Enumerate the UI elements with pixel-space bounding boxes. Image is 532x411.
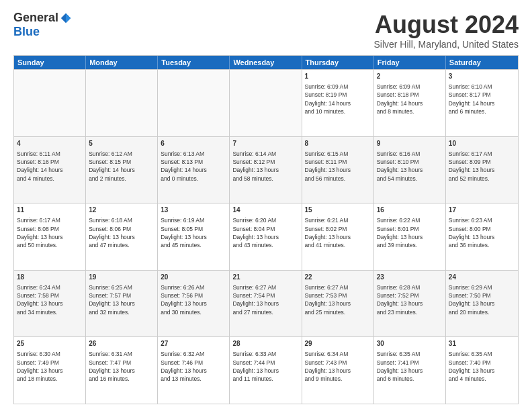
calendar-cell: 18Sunrise: 6:24 AM Sunset: 7:58 PM Dayli… bbox=[14, 271, 86, 337]
calendar-cell: 8Sunrise: 6:15 AM Sunset: 8:11 PM Daylig… bbox=[302, 137, 374, 203]
location: Silver Hill, Maryland, United States bbox=[373, 39, 519, 50]
calendar-row-3: 11Sunrise: 6:17 AM Sunset: 8:08 PM Dayli… bbox=[14, 203, 518, 270]
day-info: Sunrise: 6:31 AM Sunset: 7:47 PM Dayligh… bbox=[89, 350, 154, 383]
calendar-cell: 31Sunrise: 6:35 AM Sunset: 7:40 PM Dayli… bbox=[446, 337, 518, 404]
day-number: 30 bbox=[377, 339, 443, 349]
logo-icon bbox=[60, 12, 72, 24]
day-info: Sunrise: 6:19 AM Sunset: 8:05 PM Dayligh… bbox=[161, 216, 226, 249]
day-info: Sunrise: 6:15 AM Sunset: 8:11 PM Dayligh… bbox=[305, 150, 371, 183]
calendar-cell: 28Sunrise: 6:33 AM Sunset: 7:44 PM Dayli… bbox=[230, 337, 302, 404]
day-info: Sunrise: 6:29 AM Sunset: 7:50 PM Dayligh… bbox=[449, 283, 515, 316]
day-info: Sunrise: 6:25 AM Sunset: 7:57 PM Dayligh… bbox=[89, 283, 154, 316]
day-info: Sunrise: 6:17 AM Sunset: 8:09 PM Dayligh… bbox=[449, 150, 515, 183]
calendar-cell: 4Sunrise: 6:11 AM Sunset: 8:16 PM Daylig… bbox=[14, 137, 86, 203]
day-number: 18 bbox=[17, 273, 83, 282]
calendar-cell: 25Sunrise: 6:30 AM Sunset: 7:49 PM Dayli… bbox=[14, 337, 86, 404]
day-info: Sunrise: 6:18 AM Sunset: 8:06 PM Dayligh… bbox=[89, 216, 154, 249]
day-number: 27 bbox=[161, 339, 226, 349]
calendar-cell bbox=[86, 70, 158, 136]
day-info: Sunrise: 6:21 AM Sunset: 8:02 PM Dayligh… bbox=[305, 216, 371, 249]
calendar-cell: 22Sunrise: 6:27 AM Sunset: 7:53 PM Dayli… bbox=[302, 271, 374, 337]
day-number: 13 bbox=[161, 205, 226, 215]
day-info: Sunrise: 6:11 AM Sunset: 8:16 PM Dayligh… bbox=[17, 150, 83, 183]
header-day-monday: Monday bbox=[86, 56, 158, 69]
day-number: 5 bbox=[89, 139, 154, 148]
calendar-cell: 21Sunrise: 6:27 AM Sunset: 7:54 PM Dayli… bbox=[230, 271, 302, 337]
day-number: 6 bbox=[161, 139, 226, 148]
day-number: 17 bbox=[449, 205, 515, 215]
day-info: Sunrise: 6:26 AM Sunset: 7:56 PM Dayligh… bbox=[161, 283, 226, 316]
day-number: 10 bbox=[449, 139, 515, 148]
calendar-cell: 6Sunrise: 6:13 AM Sunset: 8:13 PM Daylig… bbox=[158, 137, 230, 203]
day-info: Sunrise: 6:27 AM Sunset: 7:53 PM Dayligh… bbox=[305, 283, 371, 316]
calendar-cell bbox=[14, 70, 86, 136]
calendar-row-4: 18Sunrise: 6:24 AM Sunset: 7:58 PM Dayli… bbox=[14, 270, 518, 337]
day-info: Sunrise: 6:35 AM Sunset: 7:40 PM Dayligh… bbox=[449, 350, 515, 383]
calendar-row-2: 4Sunrise: 6:11 AM Sunset: 8:16 PM Daylig… bbox=[14, 136, 518, 203]
day-number: 1 bbox=[305, 72, 371, 81]
calendar-cell: 14Sunrise: 6:20 AM Sunset: 8:04 PM Dayli… bbox=[230, 203, 302, 270]
calendar: SundayMondayTuesdayWednesdayThursdayFrid… bbox=[13, 55, 519, 404]
calendar-cell: 10Sunrise: 6:17 AM Sunset: 8:09 PM Dayli… bbox=[446, 137, 518, 203]
day-number: 24 bbox=[449, 273, 515, 282]
day-info: Sunrise: 6:30 AM Sunset: 7:49 PM Dayligh… bbox=[17, 350, 83, 383]
day-info: Sunrise: 6:16 AM Sunset: 8:10 PM Dayligh… bbox=[377, 150, 443, 183]
logo-general-text: General bbox=[13, 11, 58, 25]
calendar-cell: 20Sunrise: 6:26 AM Sunset: 7:56 PM Dayli… bbox=[158, 271, 230, 337]
calendar-body: 1Sunrise: 6:09 AM Sunset: 8:19 PM Daylig… bbox=[14, 69, 518, 404]
day-number: 9 bbox=[377, 139, 443, 148]
day-number: 22 bbox=[305, 273, 371, 282]
calendar-cell bbox=[230, 70, 302, 136]
header-day-tuesday: Tuesday bbox=[158, 56, 230, 69]
day-info: Sunrise: 6:10 AM Sunset: 8:17 PM Dayligh… bbox=[449, 83, 515, 116]
day-number: 23 bbox=[377, 273, 443, 282]
day-number: 28 bbox=[232, 339, 298, 349]
day-number: 14 bbox=[232, 205, 298, 215]
day-info: Sunrise: 6:34 AM Sunset: 7:43 PM Dayligh… bbox=[305, 350, 371, 383]
day-info: Sunrise: 6:24 AM Sunset: 7:58 PM Dayligh… bbox=[17, 283, 83, 316]
calendar-cell: 12Sunrise: 6:18 AM Sunset: 8:06 PM Dayli… bbox=[86, 203, 158, 270]
day-number: 20 bbox=[161, 273, 226, 282]
day-number: 26 bbox=[89, 339, 154, 349]
calendar-cell: 23Sunrise: 6:28 AM Sunset: 7:52 PM Dayli… bbox=[374, 271, 446, 337]
calendar-cell: 15Sunrise: 6:21 AM Sunset: 8:02 PM Dayli… bbox=[302, 203, 374, 270]
title-block: August 2024 Silver Hill, Maryland, Unite… bbox=[373, 11, 519, 50]
month-title: August 2024 bbox=[373, 11, 519, 39]
day-info: Sunrise: 6:28 AM Sunset: 7:52 PM Dayligh… bbox=[377, 283, 443, 316]
header: General Blue August 2024 Silver Hill, Ma… bbox=[13, 11, 519, 50]
day-info: Sunrise: 6:27 AM Sunset: 7:54 PM Dayligh… bbox=[232, 283, 298, 316]
calendar-cell: 13Sunrise: 6:19 AM Sunset: 8:05 PM Dayli… bbox=[158, 203, 230, 270]
day-info: Sunrise: 6:23 AM Sunset: 8:00 PM Dayligh… bbox=[449, 216, 515, 249]
calendar-row-5: 25Sunrise: 6:30 AM Sunset: 7:49 PM Dayli… bbox=[14, 336, 518, 404]
calendar-cell: 11Sunrise: 6:17 AM Sunset: 8:08 PM Dayli… bbox=[14, 203, 86, 270]
header-day-wednesday: Wednesday bbox=[230, 56, 302, 69]
day-info: Sunrise: 6:12 AM Sunset: 8:15 PM Dayligh… bbox=[89, 150, 154, 183]
day-number: 2 bbox=[377, 72, 443, 81]
calendar-row-1: 1Sunrise: 6:09 AM Sunset: 8:19 PM Daylig… bbox=[14, 69, 518, 136]
logo-blue-text: Blue bbox=[13, 25, 40, 39]
day-number: 11 bbox=[17, 205, 83, 215]
calendar-cell: 30Sunrise: 6:35 AM Sunset: 7:41 PM Dayli… bbox=[374, 337, 446, 404]
day-info: Sunrise: 6:14 AM Sunset: 8:12 PM Dayligh… bbox=[232, 150, 298, 183]
calendar-header: SundayMondayTuesdayWednesdayThursdayFrid… bbox=[14, 56, 518, 69]
day-number: 12 bbox=[89, 205, 154, 215]
header-day-friday: Friday bbox=[374, 56, 446, 69]
day-info: Sunrise: 6:20 AM Sunset: 8:04 PM Dayligh… bbox=[232, 216, 298, 249]
calendar-cell: 2Sunrise: 6:09 AM Sunset: 8:18 PM Daylig… bbox=[374, 70, 446, 136]
day-info: Sunrise: 6:13 AM Sunset: 8:13 PM Dayligh… bbox=[161, 150, 226, 183]
day-number: 19 bbox=[89, 273, 154, 282]
day-info: Sunrise: 6:35 AM Sunset: 7:41 PM Dayligh… bbox=[377, 350, 443, 383]
day-number: 29 bbox=[305, 339, 371, 349]
day-number: 16 bbox=[377, 205, 443, 215]
day-number: 25 bbox=[17, 339, 83, 349]
day-info: Sunrise: 6:09 AM Sunset: 8:18 PM Dayligh… bbox=[377, 83, 443, 116]
day-info: Sunrise: 6:09 AM Sunset: 8:19 PM Dayligh… bbox=[305, 83, 371, 116]
calendar-cell: 7Sunrise: 6:14 AM Sunset: 8:12 PM Daylig… bbox=[230, 137, 302, 203]
logo: General Blue bbox=[13, 11, 72, 39]
svg-marker-1 bbox=[66, 13, 71, 22]
calendar-cell: 17Sunrise: 6:23 AM Sunset: 8:00 PM Dayli… bbox=[446, 203, 518, 270]
day-number: 15 bbox=[305, 205, 371, 215]
day-info: Sunrise: 6:32 AM Sunset: 7:46 PM Dayligh… bbox=[161, 350, 226, 383]
calendar-cell: 9Sunrise: 6:16 AM Sunset: 8:10 PM Daylig… bbox=[374, 137, 446, 203]
day-number: 21 bbox=[232, 273, 298, 282]
